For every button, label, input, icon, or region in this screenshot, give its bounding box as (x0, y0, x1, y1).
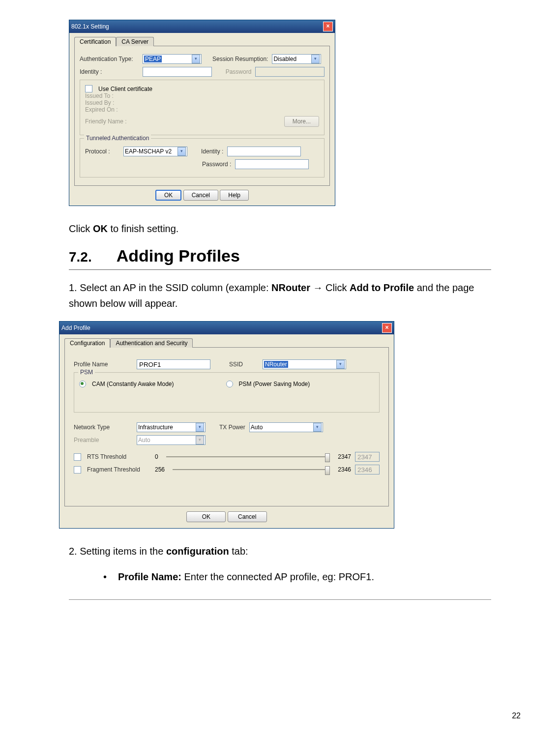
identity-input[interactable] (143, 67, 212, 77)
tab-certification[interactable]: Certification (74, 37, 116, 46)
auth-type-value: PEAP (144, 56, 162, 62)
t-identity-label: Identity : (201, 148, 223, 155)
txt: Click (69, 223, 93, 234)
tab-configuration[interactable]: Configuration (64, 338, 110, 348)
dialog-add-profile: Add Profile × Configuration Authenticati… (59, 321, 394, 529)
network-type-select[interactable]: Infrastructure ▾ (137, 422, 206, 432)
protocol-value: EAP-MSCHAP v2 (125, 148, 172, 155)
t-identity-input[interactable] (227, 147, 301, 156)
frag-label: Fragment Threshold (87, 466, 151, 473)
rts-slider[interactable] (166, 456, 330, 457)
txt: NRouter (271, 282, 310, 293)
cam-radio[interactable] (79, 381, 86, 387)
password-input (255, 67, 324, 77)
use-cert-checkbox[interactable] (85, 85, 92, 92)
rts-value (355, 452, 380, 462)
frag-min: 256 (155, 466, 165, 473)
frag-value (355, 465, 380, 474)
txt: Add to Profile (350, 282, 414, 293)
t-password-label: Password : (202, 161, 231, 168)
cancel-button[interactable]: Cancel (228, 511, 267, 522)
txt: configuration (166, 546, 229, 557)
heading-number: 7.2. (69, 249, 92, 265)
rts-checkbox[interactable] (74, 453, 81, 461)
help-button[interactable]: Help (220, 190, 249, 201)
txt: 1. Select an AP in the SSID column (exam… (69, 282, 271, 293)
ok-button[interactable]: OK (186, 511, 226, 522)
close-icon[interactable]: × (382, 323, 392, 333)
identity-label: Identity : (80, 68, 139, 75)
bullet-icon: • (103, 569, 118, 585)
password-label: Password (226, 68, 252, 75)
titlebar[interactable]: Add Profile × (59, 322, 394, 334)
txt: → Click (310, 282, 350, 293)
txt: Profile Name: (118, 571, 181, 582)
more-button: More... (284, 116, 319, 127)
ssid-value: NRouter (264, 361, 288, 368)
tunneled-legend: Tunneled Authentication (84, 135, 151, 142)
txt: 2. Setting items in the (69, 546, 166, 557)
chevron-down-icon[interactable]: ▾ (196, 423, 204, 432)
psm-label: PSM (Power Saving Mode) (239, 381, 310, 387)
frag-slider[interactable] (173, 469, 330, 470)
tx-power-label: TX Power (219, 424, 245, 431)
window-title: 802.1x Setting (71, 23, 109, 30)
txt: Enter the connected AP profile, eg: PROF… (181, 571, 374, 582)
rts-max: 2347 (338, 453, 351, 460)
t-password-input[interactable] (235, 159, 309, 169)
preamble-label: Preamble (74, 437, 133, 444)
chevron-down-icon[interactable]: ▾ (177, 147, 186, 156)
network-type-label: Network Type (74, 424, 133, 431)
issued-to-label: Issued To : (85, 92, 319, 99)
ok-button[interactable]: OK (155, 190, 181, 201)
heading-text: Adding Profiles (117, 246, 240, 265)
txt: to finish setting. (108, 223, 179, 234)
rts-label: RTS Threshold (87, 453, 151, 460)
titlebar[interactable]: 802.1x Setting × (69, 20, 335, 33)
page-number: 22 (512, 711, 521, 720)
chevron-down-icon: ▾ (196, 436, 204, 444)
tx-power-select[interactable]: Auto ▾ (249, 422, 323, 432)
auth-type-select[interactable]: PEAP ▾ (143, 54, 202, 64)
step-1: 1. Select an AP in the SSID column (exam… (69, 280, 491, 311)
bullet-profile-name: • Profile Name: Enter the connected AP p… (103, 569, 491, 585)
chevron-down-icon[interactable]: ▾ (311, 55, 320, 63)
use-cert-label: Use Client certificate (98, 86, 152, 92)
ssid-label: SSID (229, 361, 259, 368)
frag-checkbox[interactable] (74, 466, 81, 474)
preamble-value: Auto (138, 437, 150, 444)
dialog-8021x: 802.1x Setting × Certification CA Server… (69, 20, 335, 206)
session-label: Session Resumption: (212, 56, 268, 62)
psm-legend: PSM (78, 369, 95, 376)
chevron-down-icon[interactable]: ▾ (313, 423, 322, 432)
cam-label: CAM (Constantly Awake Mode) (92, 381, 174, 387)
psm-radio[interactable] (226, 381, 233, 387)
instruction-ok: Click OK to finish setting. (69, 221, 491, 237)
protocol-label: Protocol : (85, 148, 119, 155)
step-2: 2. Setting items in the configuration ta… (69, 543, 491, 559)
section-heading: 7.2.Adding Profiles (69, 246, 491, 266)
profile-name-input[interactable] (137, 359, 210, 369)
preamble-select: Auto ▾ (137, 435, 206, 445)
rts-min: 0 (155, 453, 158, 460)
txt: OK (93, 223, 108, 234)
cancel-button[interactable]: Cancel (183, 190, 218, 201)
tab-auth-security[interactable]: Authentication and Security (110, 338, 193, 348)
frag-max: 2346 (338, 466, 351, 473)
friendly-label: Friendly Name : (85, 118, 144, 125)
protocol-select[interactable]: EAP-MSCHAP v2 ▾ (123, 147, 187, 156)
profile-name-label: Profile Name (74, 361, 133, 368)
expired-on-label: Expired On : (85, 106, 319, 113)
issued-by-label: Issued By : (85, 99, 319, 106)
txt: tab: (229, 546, 248, 557)
chevron-down-icon[interactable]: ▾ (336, 360, 345, 369)
ssid-select[interactable]: NRouter ▾ (263, 359, 346, 369)
auth-type-label: Authentication Type: (80, 56, 139, 62)
network-type-value: Infrastructure (138, 424, 173, 431)
close-icon[interactable]: × (323, 22, 333, 31)
chevron-down-icon[interactable]: ▾ (192, 55, 200, 63)
tab-ca-server[interactable]: CA Server (116, 37, 154, 46)
session-select[interactable]: Disabled ▾ (272, 54, 321, 64)
window-title: Add Profile (61, 325, 90, 331)
tx-power-value: Auto (251, 424, 263, 431)
